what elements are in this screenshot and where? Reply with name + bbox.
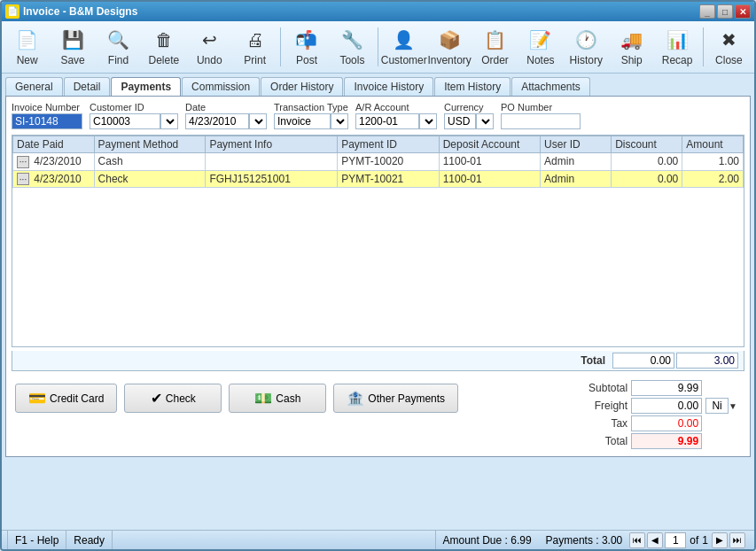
notes-button[interactable]: 📝 Notes [518, 24, 562, 70]
page-input[interactable] [665, 532, 686, 548]
total-amount-input[interactable] [676, 353, 738, 369]
expand-button[interactable]: ··· [17, 173, 29, 185]
currency-dropdown[interactable] [476, 113, 494, 129]
recap-icon: 📊 [665, 27, 690, 52]
post-icon: 📬 [294, 27, 319, 52]
save-button[interactable]: 💾 Save [51, 24, 94, 70]
cell-date: ··· 4/23/2010 [13, 153, 95, 171]
maximize-button[interactable]: □ [717, 4, 733, 19]
tab-general[interactable]: General [5, 77, 63, 96]
customer-id-input[interactable] [90, 113, 160, 129]
inventory-button[interactable]: 📦 Inventory [427, 24, 471, 70]
table-row: ··· 4/23/2010 Cash PYMT-10020 1100-01 Ad… [13, 153, 744, 171]
other-payments-button[interactable]: 🏦 Other Payments [333, 384, 458, 413]
recap-button[interactable]: 📊 Recap [655, 24, 698, 70]
freight-arrow[interactable]: ▼ [729, 401, 737, 411]
amount-due-seg: Amount Due : 6.99 [435, 531, 539, 549]
tools-button[interactable]: 🔧 Tools [331, 24, 374, 70]
col-date-paid: Date Paid [13, 136, 95, 153]
other-payments-label: Other Payments [368, 392, 445, 405]
tab-payments[interactable]: Payments [111, 77, 181, 96]
tools-icon: 🔧 [339, 27, 364, 52]
freight-label: Freight [574, 400, 627, 412]
nav-next-button[interactable]: ▶ [712, 532, 728, 548]
ar-account-input[interactable] [355, 113, 419, 129]
status-seg: Ready [66, 531, 113, 549]
tab-order-history[interactable]: Order History [261, 77, 343, 96]
currency-input[interactable] [444, 113, 476, 129]
cell-user: Admin [541, 153, 612, 171]
check-button[interactable]: ✔ Check [124, 384, 222, 413]
col-user-id: User ID [541, 136, 612, 153]
close-window-button[interactable]: ✕ [735, 4, 751, 19]
subtotal-input[interactable] [631, 380, 702, 396]
order-button[interactable]: 📋 Order [473, 24, 517, 70]
form-area: Invoice Number Customer ID Date [5, 96, 751, 457]
tab-detail[interactable]: Detail [64, 77, 111, 96]
credit-card-button[interactable]: 💳 Credit Card [15, 384, 117, 413]
undo-button[interactable]: ↩ Undo [188, 24, 231, 70]
nav-prev-button[interactable]: ◀ [647, 532, 663, 548]
invoice-number-input[interactable] [12, 113, 82, 129]
total-label: Total [581, 354, 605, 367]
nav-last-button[interactable]: ⏭ [729, 532, 745, 548]
undo-icon: ↩ [197, 27, 222, 52]
save-icon: 💾 [60, 27, 85, 52]
tab-attachments[interactable]: Attachments [511, 77, 590, 96]
payment-table: Date Paid Payment Method Payment Info Pa… [12, 136, 744, 188]
tab-commission[interactable]: Commission [182, 77, 260, 96]
transaction-type-label: Transaction Type [274, 102, 348, 113]
title-bar: 📄 Invoice - B&M Designs _ □ ✕ [2, 2, 754, 21]
currency-group: Currency [444, 102, 494, 129]
transaction-type-dropdown[interactable] [331, 113, 348, 129]
tab-invoice-history[interactable]: Invoice History [344, 77, 433, 96]
credit-card-label: Credit Card [50, 392, 104, 405]
total-discount-input[interactable] [612, 353, 674, 369]
customer-id-dropdown[interactable] [160, 113, 178, 129]
delete-button[interactable]: 🗑 Delete [142, 24, 185, 70]
status-text: Ready [74, 534, 105, 547]
new-button[interactable]: 📄 New [5, 24, 49, 70]
date-group: Date [185, 102, 267, 129]
history-button[interactable]: 🕐 History [565, 24, 608, 70]
close-button[interactable]: ✖ Close [707, 24, 751, 70]
cell-deposit-account: 1100-01 [439, 170, 540, 188]
nav-first-button[interactable]: ⏮ [629, 532, 645, 548]
tax-input[interactable] [631, 415, 702, 431]
ship-button[interactable]: 🚚 Ship [610, 24, 653, 70]
notes-icon: 📝 [528, 27, 553, 52]
total-pages: 1 [702, 534, 708, 547]
tab-item-history[interactable]: Item History [434, 77, 510, 96]
credit-card-icon: 💳 [28, 390, 46, 407]
customer-id-label: Customer ID [90, 102, 178, 113]
date-input[interactable] [185, 113, 249, 129]
delete-icon: 🗑 [152, 27, 176, 52]
ar-account-group: A/R Account [355, 102, 437, 129]
payment-table-container: Date Paid Payment Method Payment Info Pa… [12, 135, 744, 347]
ar-account-dropdown[interactable] [419, 113, 437, 129]
cash-button[interactable]: 💵 Cash [229, 384, 326, 413]
po-number-input[interactable] [501, 113, 581, 129]
col-payment-info: Payment Info [206, 136, 338, 153]
print-icon: 🖨 [243, 27, 268, 52]
app-icon: 📄 [5, 4, 19, 19]
invoice-header: Invoice Number Customer ID Date [12, 102, 744, 129]
freight-ni-input[interactable] [705, 398, 729, 414]
page-of: of [690, 534, 698, 547]
transaction-type-input[interactable] [274, 113, 331, 129]
find-button[interactable]: 🔍 Find [97, 24, 140, 70]
summary-panel: Subtotal Freight ▼ Tax [574, 376, 744, 451]
window-title: Invoice - B&M Designs [23, 5, 137, 18]
minimize-button[interactable]: _ [699, 4, 715, 19]
date-dropdown[interactable] [249, 113, 267, 129]
post-button[interactable]: 📬 Post [284, 24, 328, 70]
freight-input[interactable] [631, 398, 702, 414]
total-summary-row: Total [574, 433, 737, 449]
customer-button[interactable]: 👤 Customer [382, 24, 425, 70]
col-deposit-account: Deposit Account [439, 136, 540, 153]
expand-button[interactable]: ··· [17, 156, 29, 168]
total-row: Total [12, 351, 744, 371]
print-button[interactable]: 🖨 Print [233, 24, 277, 70]
total-summary-input[interactable] [631, 433, 702, 449]
po-number-label: PO Number [501, 102, 581, 113]
